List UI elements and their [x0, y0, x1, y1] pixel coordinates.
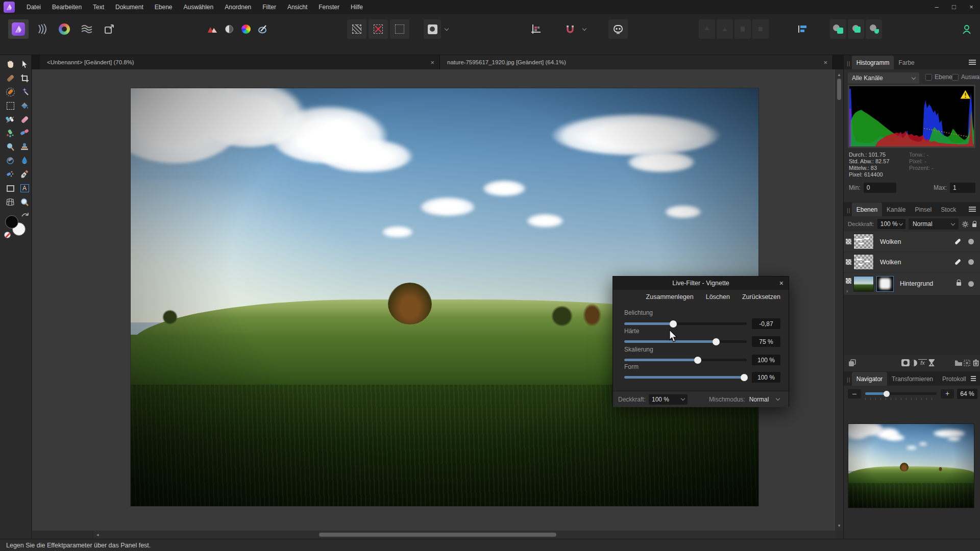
menu-ebene[interactable]: Ebene [149, 0, 178, 14]
layer-thumbnail[interactable] [853, 254, 874, 270]
shape-slider[interactable] [624, 376, 747, 379]
tab-ebenen[interactable]: Ebenen [852, 203, 882, 216]
close-button[interactable]: × [963, 0, 980, 14]
text-tool[interactable]: A [18, 182, 31, 194]
vignette-filter-dialog[interactable]: Live-Filter - Vignette × Zusammenlegen L… [612, 276, 789, 407]
swap-colours-icon[interactable] [21, 211, 29, 217]
scroll-down-icon[interactable]: ▾ [835, 521, 843, 530]
paint-brush-tool[interactable] [18, 113, 31, 126]
dialog-close-icon[interactable]: × [779, 277, 783, 290]
zoom-slider-handle[interactable] [884, 391, 890, 397]
max-input[interactable] [950, 183, 975, 193]
zoom-in-button[interactable]: + [941, 389, 954, 398]
tab-close-icon[interactable]: × [422, 59, 434, 66]
layer-settings-gear-icon[interactable] [962, 220, 969, 228]
quick-mask-button[interactable] [424, 19, 441, 39]
quick-mask-dropdown[interactable] [442, 19, 451, 39]
auto-white-balance-button[interactable] [255, 19, 271, 39]
marquee-tool[interactable] [4, 99, 16, 112]
layer-row-wolken-1[interactable]: Wolken [844, 232, 980, 252]
panel-menu-icon[interactable] [971, 375, 976, 382]
layer-opacity-dropdown[interactable]: 100 % [877, 219, 905, 229]
exposure-slider[interactable] [624, 322, 747, 325]
layer-row-hintergrund[interactable]: › Hintergrund [844, 272, 980, 295]
panel-grip-icon[interactable]: || [847, 207, 851, 213]
layer-visibility-icon[interactable] [968, 259, 974, 265]
account-button[interactable] [958, 19, 976, 39]
view-tool[interactable] [4, 58, 16, 70]
tab-stock[interactable]: Stock [936, 203, 961, 216]
hardness-slider[interactable] [624, 340, 747, 343]
tab-pinsel[interactable]: Pinsel [910, 203, 936, 216]
tab-transformieren[interactable]: Transformieren [887, 372, 938, 386]
pen-tool[interactable] [18, 168, 31, 181]
menu-dokument[interactable]: Dokument [110, 0, 149, 14]
auto-contrast-button[interactable] [221, 19, 237, 39]
menu-datei[interactable]: Datei [21, 0, 46, 14]
crop-tool[interactable] [18, 72, 31, 84]
duplicate-layer-icon[interactable] [848, 358, 856, 367]
layer-visibility-icon[interactable] [968, 239, 974, 244]
layer-thumbnail[interactable] [853, 234, 874, 249]
exposure-slider-handle[interactable] [670, 320, 677, 328]
menu-ansicht[interactable]: Ansicht [282, 0, 313, 14]
menu-text[interactable]: Text [87, 0, 110, 14]
foreground-colour-swatch[interactable] [5, 215, 18, 229]
exposure-value[interactable]: -0,87 [752, 318, 780, 329]
paint-mixer-tool[interactable] [4, 127, 16, 139]
vertical-scrollbar[interactable]: ▴ ▾ [835, 69, 843, 531]
export-persona-button[interactable] [99, 19, 119, 39]
scale-value[interactable]: 100 % [752, 355, 780, 365]
adjustment-layer-icon[interactable] [910, 358, 918, 367]
invert-selection-button[interactable] [390, 19, 409, 39]
document-tab-nature[interactable]: nature-7595617_1920.jpg [Geändert] (64.1… [440, 55, 833, 69]
develop-persona-button[interactable] [54, 19, 75, 39]
flood-select-tool[interactable] [18, 86, 31, 98]
group-layers-icon[interactable] [954, 358, 963, 367]
layer-thumbnail[interactable] [853, 276, 874, 292]
hardness-value[interactable]: 75 % [752, 336, 780, 347]
tab-close-icon[interactable]: × [815, 59, 827, 66]
horizontal-scroll-thumb[interactable] [319, 533, 556, 537]
merge-button[interactable]: Zusammenlegen [646, 293, 694, 300]
select-all-button[interactable] [347, 19, 366, 39]
boolean-divide-button[interactable] [866, 19, 882, 39]
panel-menu-icon[interactable] [969, 59, 976, 66]
tone-mapping-persona-button[interactable] [77, 19, 97, 39]
min-input[interactable] [864, 183, 896, 193]
panel-grip-icon[interactable]: || [847, 377, 851, 383]
photo-persona-button[interactable] [8, 19, 29, 39]
liquify-persona-button[interactable] [32, 19, 52, 39]
move-tool[interactable] [18, 58, 31, 70]
scale-slider-handle[interactable] [694, 357, 701, 364]
blur-brush-tool[interactable] [4, 155, 16, 167]
vertical-scroll-thumb[interactable] [837, 79, 841, 100]
boolean-add-button[interactable] [830, 19, 846, 39]
brush-edit-icon[interactable] [954, 259, 961, 265]
delete-button[interactable]: Löschen [706, 293, 730, 300]
sharpen-brush-tool[interactable] [18, 155, 31, 167]
zoom-tool[interactable] [18, 196, 31, 208]
navigator-thumbnail[interactable] [848, 423, 974, 508]
no-colour-swatch[interactable] [4, 232, 11, 238]
vignette-filter-thumbnail[interactable] [876, 276, 894, 292]
rectangle-tool[interactable] [4, 182, 16, 194]
expand-layer-icon[interactable]: › [846, 288, 848, 294]
clone-brush-tool[interactable] [18, 141, 31, 153]
scroll-left-icon[interactable]: ◂ [96, 531, 99, 539]
zoom-percentage[interactable]: 64 % [957, 389, 977, 399]
channel-dropdown[interactable]: Alle Kanäle [848, 72, 919, 84]
navigator-zoom-slider[interactable] [865, 392, 937, 395]
document-tab-unbenannt[interactable]: <Unbenannt> [Geändert] (70.8%) × [40, 55, 440, 69]
menu-fenster[interactable]: Fenster [313, 0, 345, 14]
histogram-display[interactable] [848, 85, 975, 148]
dialog-blend-mode-dropdown[interactable]: Normal [749, 396, 769, 403]
inpainting-brush-tool[interactable] [4, 168, 16, 181]
horizontal-scrollbar[interactable]: ◂ [93, 531, 835, 539]
tab-histogramm[interactable]: Histogramm [852, 56, 894, 69]
flood-fill-tool[interactable] [18, 99, 31, 112]
panel-menu-icon[interactable] [969, 206, 976, 213]
alignment-button[interactable] [793, 19, 812, 39]
auswahl-checkbox[interactable] [952, 74, 959, 81]
menu-auswaehlen[interactable]: Auswählen [178, 0, 219, 14]
